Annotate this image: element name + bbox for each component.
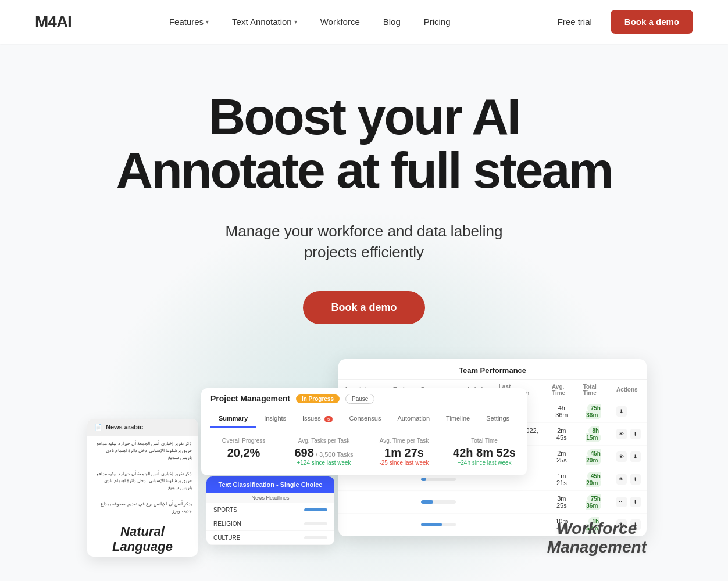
nlp-body: ذكر تقرير إخباري أنس الجمعة أن جيرارد بي… <box>87 436 198 466</box>
pause-badge[interactable]: Pause <box>345 394 374 404</box>
nav-blog[interactable]: Blog <box>374 12 410 31</box>
classification-card: Text Classification - Single Choice News… <box>206 476 334 545</box>
stat-overall-progress: Overall Progress 20,2% <box>210 437 277 466</box>
classify-option-sports[interactable]: SPORTS <box>206 503 334 517</box>
download-icon[interactable]: ⬇ <box>630 429 641 439</box>
nav-pricing[interactable]: Pricing <box>415 12 460 31</box>
chevron-down-icon: ▾ <box>206 19 209 25</box>
project-title: Project Management <box>210 394 290 403</box>
tab-insights[interactable]: Insights <box>256 410 294 428</box>
classify-header: Text Classification - Single Choice <box>206 476 334 493</box>
col-avg-time: Avg. Time <box>546 380 577 400</box>
view-icon[interactable]: 👁 <box>616 474 627 485</box>
document-icon: 📄 <box>94 424 102 431</box>
project-stats: Overall Progress 20,2% Avg. Tasks per Ta… <box>201 428 527 475</box>
col-total-time: Total Time <box>577 380 611 400</box>
nlp-body-3: يذكر أنس أن الإيانس برع في تقديم صفوفه ب… <box>87 496 198 519</box>
hero-title: Boost your AI Annotate at full steam <box>35 90 693 198</box>
book-demo-button-hero[interactable]: Book a demo <box>303 291 424 324</box>
tab-automation[interactable]: Automation <box>389 410 438 428</box>
download-icon[interactable]: ⬇ <box>616 406 627 417</box>
col-actions: Actions <box>611 380 647 400</box>
hero-section: Boost your AI Annotate at full steam Man… <box>0 44 728 581</box>
tab-timeline[interactable]: Timeline <box>438 410 478 428</box>
table-row: 3m 25s 75h 36m ⋯⬇ <box>338 490 647 513</box>
stat-tasks: Avg. Tasks per Task 698 / 3,500 Tasks +1… <box>291 437 357 466</box>
team-performance-title: Team Performance <box>338 359 647 380</box>
view-icon[interactable]: 👁 <box>616 451 627 462</box>
logo[interactable]: M4AI <box>35 13 72 31</box>
classify-title: News Headlines <box>206 493 334 503</box>
project-tabs: Summary Insights Issues 5 Consensus Auto… <box>201 410 527 428</box>
tab-summary[interactable]: Summary <box>210 410 256 428</box>
navbar: M4AI Features ▾ Text Annotation ▾ Workfo… <box>0 0 728 44</box>
nav-cta-group: Free trial Book a demo <box>548 10 693 34</box>
classify-option-culture[interactable]: CULTURE <box>206 531 334 545</box>
screenshots-area: Team Performance Annotators Tasks Progre… <box>35 359 693 557</box>
stat-avg-time: Avg. Time per Task 1m 27s -25 since last… <box>371 437 437 466</box>
tab-consensus[interactable]: Consensus <box>341 410 389 428</box>
tab-settings[interactable]: Settings <box>478 410 518 428</box>
more-icon[interactable]: ⋯ <box>616 497 627 507</box>
status-badge: In Progress <box>296 394 340 403</box>
nlp-header: 📄 News arabic <box>87 419 198 436</box>
stat-total-time: Total Time 42h 8m 52s +24h since last we… <box>451 437 518 466</box>
nlp-body-2: ذكر تقرير إخباري أنس الجمعة أن جيرارد بي… <box>87 466 198 496</box>
project-header: Project Management In Progress Pause <box>201 388 527 410</box>
issues-badge: 5 <box>324 416 333 422</box>
book-demo-button-nav[interactable]: Book a demo <box>611 10 693 34</box>
nav-text-annotation[interactable]: Text Annotation ▾ <box>223 12 306 31</box>
tab-issues[interactable]: Issues 5 <box>294 410 341 428</box>
download-icon[interactable]: ⬇ <box>630 497 641 507</box>
workforce-management-label: WorkforceManagement <box>547 519 647 557</box>
chevron-down-icon: ▾ <box>294 19 297 25</box>
nav-features[interactable]: Features ▾ <box>160 12 218 31</box>
nav-workforce[interactable]: Workforce <box>311 12 369 31</box>
project-management-card: Project Management In Progress Pause Sum… <box>201 388 527 475</box>
view-icon[interactable]: 👁 <box>616 429 627 439</box>
nav-links: Features ▾ Text Annotation ▾ Workforce B… <box>160 12 460 31</box>
nlp-card: 📄 News arabic ذكر تقرير إخباري أنس الجمع… <box>87 419 198 557</box>
download-icon[interactable]: ⬇ <box>630 474 641 485</box>
free-trial-link[interactable]: Free trial <box>548 12 601 31</box>
nlp-label: Natural Language <box>87 519 198 557</box>
hero-content: Boost your AI Annotate at full steam Man… <box>35 90 693 359</box>
download-icon[interactable]: ⬇ <box>630 451 641 462</box>
hero-subtitle: Manage your workforce and data labelingp… <box>35 221 693 263</box>
classify-option-religion[interactable]: RELIGION <box>206 517 334 531</box>
